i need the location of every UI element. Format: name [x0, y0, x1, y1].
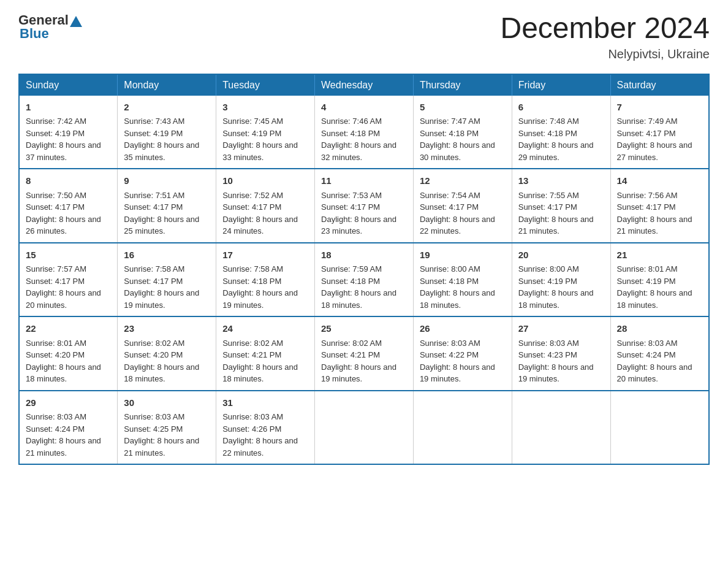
sunset-info: Sunset: 4:24 PM [617, 350, 676, 359]
daylight-info: Daylight: 8 hours and 26 minutes. [26, 215, 101, 236]
calendar-week-row: 29 Sunrise: 8:03 AM Sunset: 4:24 PM Dayl… [19, 391, 709, 465]
sunrise-info: Sunrise: 7:43 AM [124, 117, 184, 126]
sunrise-info: Sunrise: 7:52 AM [222, 191, 283, 200]
calendar-cell: 2 Sunrise: 7:43 AM Sunset: 4:19 PM Dayli… [118, 96, 216, 169]
sunrise-info: Sunrise: 7:42 AM [26, 117, 86, 126]
day-number: 2 [124, 101, 210, 115]
calendar-cell: 22 Sunrise: 8:01 AM Sunset: 4:20 PM Dayl… [19, 316, 118, 391]
sunrise-info: Sunrise: 8:01 AM [26, 339, 86, 348]
sunset-info: Sunset: 4:17 PM [518, 202, 577, 212]
calendar-table: SundayMondayTuesdayWednesdayThursdayFrid… [18, 74, 710, 465]
daylight-info: Daylight: 8 hours and 22 minutes. [420, 215, 495, 236]
daylight-info: Daylight: 8 hours and 19 minutes. [124, 288, 199, 310]
day-number: 23 [124, 322, 210, 336]
daylight-info: Daylight: 8 hours and 18 minutes. [617, 288, 692, 310]
sunset-info: Sunset: 4:17 PM [124, 277, 183, 286]
daylight-info: Daylight: 8 hours and 21 minutes. [518, 215, 594, 236]
day-number: 6 [518, 101, 604, 115]
calendar-cell: 13 Sunrise: 7:55 AM Sunset: 4:17 PM Dayl… [512, 169, 610, 243]
daylight-info: Daylight: 8 hours and 18 minutes. [420, 288, 495, 310]
daylight-info: Daylight: 8 hours and 20 minutes. [26, 288, 101, 310]
daylight-info: Daylight: 8 hours and 32 minutes. [321, 140, 396, 162]
day-number: 1 [26, 101, 111, 115]
daylight-info: Daylight: 8 hours and 21 minutes. [617, 215, 692, 236]
daylight-info: Daylight: 8 hours and 30 minutes. [420, 140, 495, 162]
weekday-header-saturday: Saturday [610, 74, 709, 96]
day-number: 27 [518, 322, 604, 336]
sunset-info: Sunset: 4:17 PM [420, 202, 479, 212]
sunrise-info: Sunrise: 8:03 AM [26, 412, 86, 421]
sunset-info: Sunset: 4:18 PM [321, 277, 380, 286]
daylight-info: Daylight: 8 hours and 24 minutes. [222, 215, 298, 236]
sunrise-info: Sunrise: 7:51 AM [124, 191, 184, 200]
calendar-cell: 26 Sunrise: 8:03 AM Sunset: 4:22 PM Dayl… [413, 316, 512, 391]
calendar-cell: 14 Sunrise: 7:56 AM Sunset: 4:17 PM Dayl… [610, 169, 709, 243]
day-number: 18 [321, 248, 407, 262]
day-number: 16 [124, 248, 210, 262]
logo-blue-text: Blue [18, 26, 49, 42]
day-number: 26 [420, 322, 506, 336]
day-number: 17 [222, 248, 308, 262]
sunset-info: Sunset: 4:21 PM [321, 350, 380, 359]
daylight-info: Daylight: 8 hours and 21 minutes. [124, 436, 199, 458]
daylight-info: Daylight: 8 hours and 23 minutes. [321, 215, 396, 236]
day-number: 12 [420, 174, 506, 188]
sunset-info: Sunset: 4:20 PM [26, 350, 85, 359]
calendar-cell: 5 Sunrise: 7:47 AM Sunset: 4:18 PM Dayli… [413, 96, 512, 169]
weekday-header-friday: Friday [512, 74, 610, 96]
sunrise-info: Sunrise: 7:49 AM [617, 117, 678, 126]
sunset-info: Sunset: 4:19 PM [26, 129, 85, 138]
day-number: 31 [222, 396, 308, 410]
day-number: 8 [26, 174, 111, 188]
sunset-info: Sunset: 4:19 PM [617, 277, 676, 286]
daylight-info: Daylight: 8 hours and 18 minutes. [26, 362, 101, 384]
weekday-header-tuesday: Tuesday [216, 74, 315, 96]
calendar-cell: 4 Sunrise: 7:46 AM Sunset: 4:18 PM Dayli… [315, 96, 414, 169]
weekday-header-sunday: Sunday [19, 74, 118, 96]
page-header: General Blue December 2024 Nelypivtsi, U… [18, 12, 710, 61]
day-number: 20 [518, 248, 604, 262]
daylight-info: Daylight: 8 hours and 19 minutes. [321, 362, 396, 384]
sunset-info: Sunset: 4:19 PM [222, 129, 281, 138]
calendar-cell: 11 Sunrise: 7:53 AM Sunset: 4:17 PM Dayl… [315, 169, 414, 243]
sunrise-info: Sunrise: 7:47 AM [420, 117, 480, 126]
calendar-cell: 10 Sunrise: 7:52 AM Sunset: 4:17 PM Dayl… [216, 169, 315, 243]
calendar-cell: 1 Sunrise: 7:42 AM Sunset: 4:19 PM Dayli… [19, 96, 118, 169]
sunrise-info: Sunrise: 8:03 AM [617, 339, 678, 348]
sunset-info: Sunset: 4:17 PM [26, 202, 85, 212]
calendar-week-row: 1 Sunrise: 7:42 AM Sunset: 4:19 PM Dayli… [19, 96, 709, 169]
calendar-week-row: 15 Sunrise: 7:57 AM Sunset: 4:17 PM Dayl… [19, 243, 709, 317]
daylight-info: Daylight: 8 hours and 25 minutes. [124, 215, 199, 236]
sunrise-info: Sunrise: 8:03 AM [420, 339, 480, 348]
sunrise-info: Sunrise: 7:56 AM [617, 191, 678, 200]
day-number: 4 [321, 101, 407, 115]
sunset-info: Sunset: 4:17 PM [26, 277, 85, 286]
sunset-info: Sunset: 4:17 PM [617, 202, 676, 212]
sunrise-info: Sunrise: 7:46 AM [321, 117, 382, 126]
sunset-info: Sunset: 4:20 PM [124, 350, 183, 359]
calendar-cell: 17 Sunrise: 7:58 AM Sunset: 4:18 PM Dayl… [216, 243, 315, 317]
weekday-row: SundayMondayTuesdayWednesdayThursdayFrid… [19, 74, 709, 96]
daylight-info: Daylight: 8 hours and 22 minutes. [222, 436, 298, 458]
sunrise-info: Sunrise: 8:01 AM [617, 264, 678, 274]
daylight-info: Daylight: 8 hours and 18 minutes. [321, 288, 396, 310]
sunrise-info: Sunrise: 7:53 AM [321, 191, 382, 200]
calendar-cell: 25 Sunrise: 8:02 AM Sunset: 4:21 PM Dayl… [315, 316, 414, 391]
calendar-cell: 18 Sunrise: 7:59 AM Sunset: 4:18 PM Dayl… [315, 243, 414, 317]
title-block: December 2024 Nelypivtsi, Ukraine [500, 12, 710, 61]
logo: General Blue [18, 12, 83, 42]
daylight-info: Daylight: 8 hours and 19 minutes. [420, 362, 495, 384]
weekday-header-thursday: Thursday [413, 74, 512, 96]
daylight-info: Daylight: 8 hours and 19 minutes. [222, 288, 298, 310]
day-number: 24 [222, 322, 308, 336]
sunset-info: Sunset: 4:22 PM [420, 350, 479, 359]
calendar-cell: 8 Sunrise: 7:50 AM Sunset: 4:17 PM Dayli… [19, 169, 118, 243]
sunset-info: Sunset: 4:18 PM [420, 129, 479, 138]
calendar-cell: 29 Sunrise: 8:03 AM Sunset: 4:24 PM Dayl… [19, 391, 118, 465]
weekday-header-wednesday: Wednesday [315, 74, 414, 96]
sunrise-info: Sunrise: 7:54 AM [420, 191, 480, 200]
daylight-info: Daylight: 8 hours and 21 minutes. [26, 436, 101, 458]
sunrise-info: Sunrise: 7:57 AM [26, 264, 86, 274]
day-number: 9 [124, 174, 210, 188]
day-number: 14 [617, 174, 702, 188]
